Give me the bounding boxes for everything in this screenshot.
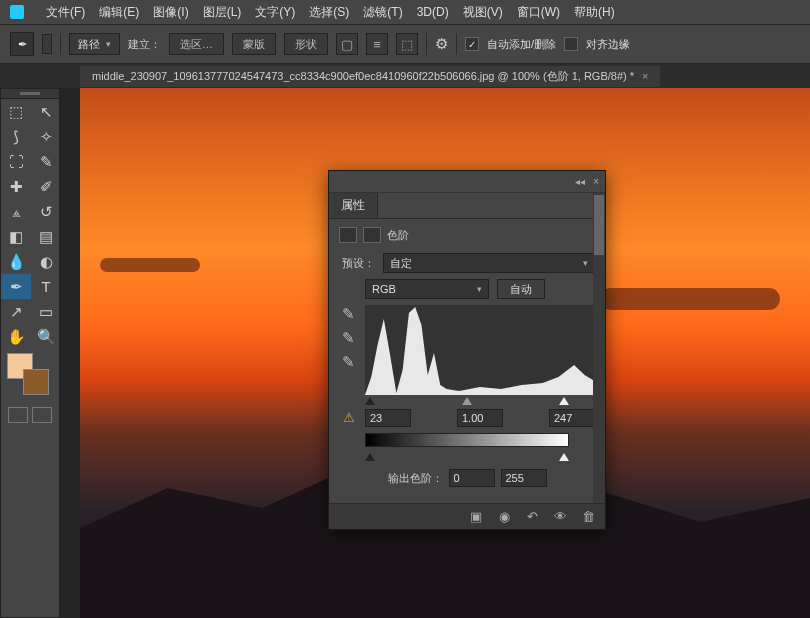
create-label: 建立： bbox=[128, 37, 161, 52]
black-point-eyedropper[interactable]: ✎ bbox=[339, 305, 357, 323]
channel-value: RGB bbox=[372, 283, 396, 295]
white-point-eyedropper[interactable]: ✎ bbox=[339, 353, 357, 371]
clip-to-layer-icon[interactable]: ▣ bbox=[467, 508, 485, 526]
channel-select[interactable]: RGB ▾ bbox=[365, 279, 489, 299]
output-low-field[interactable]: 0 bbox=[449, 469, 495, 487]
menu-layer[interactable]: 图层(L) bbox=[203, 4, 242, 21]
pen-tool[interactable]: ✒ bbox=[1, 274, 31, 299]
divider bbox=[426, 33, 427, 55]
collapse-icon[interactable]: ◂◂ bbox=[575, 176, 585, 187]
gradient-tool[interactable]: ▤ bbox=[31, 224, 61, 249]
brush-tool[interactable]: ✐ bbox=[31, 174, 61, 199]
warning-icon: ⚠ bbox=[339, 410, 359, 426]
mask-button[interactable]: 蒙版 bbox=[232, 33, 276, 55]
preset-value: 自定 bbox=[390, 256, 412, 271]
black-input-slider[interactable] bbox=[365, 397, 375, 405]
menu-edit[interactable]: 编辑(E) bbox=[99, 4, 139, 21]
output-gradient[interactable] bbox=[365, 433, 569, 447]
menu-select[interactable]: 选择(S) bbox=[309, 4, 349, 21]
lasso-tool[interactable]: ⟆ bbox=[1, 124, 31, 149]
auto-add-label: 自动添加/删除 bbox=[487, 37, 556, 52]
wand-tool[interactable]: ✧ bbox=[31, 124, 61, 149]
eyedropper-tool[interactable]: ✎ bbox=[31, 149, 61, 174]
divider bbox=[60, 33, 61, 55]
view-previous-icon[interactable]: ◉ bbox=[495, 508, 513, 526]
auto-button[interactable]: 自动 bbox=[497, 279, 545, 299]
properties-tab[interactable]: 属性 bbox=[329, 193, 378, 218]
reset-icon[interactable]: ↶ bbox=[523, 508, 541, 526]
input-black-field[interactable]: 23 bbox=[365, 409, 411, 427]
edit-quickmask-mode[interactable] bbox=[32, 407, 52, 423]
eraser-tool[interactable]: ◧ bbox=[1, 224, 31, 249]
auto-add-checkbox[interactable]: ✓ bbox=[465, 37, 479, 51]
menu-view[interactable]: 视图(V) bbox=[463, 4, 503, 21]
align-edges-checkbox[interactable] bbox=[564, 37, 578, 51]
menu-window[interactable]: 窗口(W) bbox=[517, 4, 560, 21]
text-tool[interactable]: T bbox=[31, 274, 61, 299]
output-label: 输出色阶： bbox=[388, 471, 443, 486]
trash-icon[interactable]: 🗑 bbox=[579, 508, 597, 526]
preset-select[interactable]: 自定 ▾ bbox=[383, 253, 595, 273]
white-output-slider[interactable] bbox=[559, 453, 569, 461]
hand-tool[interactable]: ✋ bbox=[1, 324, 31, 349]
selection-button[interactable]: 选区… bbox=[169, 33, 224, 55]
menu-image[interactable]: 图像(I) bbox=[153, 4, 188, 21]
menu-file[interactable]: 文件(F) bbox=[46, 4, 85, 21]
input-gamma-field[interactable]: 1.00 bbox=[457, 409, 503, 427]
black-output-slider[interactable] bbox=[365, 453, 375, 461]
visibility-icon[interactable]: 👁 bbox=[551, 508, 569, 526]
path-mode-label: 路径 bbox=[78, 37, 100, 52]
chevron-down-icon: ▾ bbox=[106, 39, 111, 49]
tool-preset-icon[interactable]: ✒ bbox=[10, 32, 34, 56]
mask-icon[interactable] bbox=[363, 227, 381, 243]
tool-preset-dropdown[interactable] bbox=[42, 34, 52, 54]
histogram[interactable] bbox=[365, 305, 595, 395]
shape-tool[interactable]: ▭ bbox=[31, 299, 61, 324]
align-edges-label: 对齐边缘 bbox=[586, 37, 630, 52]
menu-filter[interactable]: 滤镜(T) bbox=[363, 4, 402, 21]
toolbox-grip[interactable] bbox=[1, 89, 59, 99]
path-op-icon[interactable]: ▢ bbox=[336, 33, 358, 55]
blur-tool[interactable]: 💧 bbox=[1, 249, 31, 274]
levels-icon bbox=[339, 227, 357, 243]
path-mode-select[interactable]: 路径 ▾ bbox=[69, 33, 120, 55]
edit-standard-mode[interactable] bbox=[8, 407, 28, 423]
shape-button[interactable]: 形状 bbox=[284, 33, 328, 55]
close-icon[interactable]: × bbox=[593, 176, 599, 187]
menu-help[interactable]: 帮助(H) bbox=[574, 4, 615, 21]
menu-3d[interactable]: 3D(D) bbox=[417, 5, 449, 19]
selection-tool[interactable]: ↖ bbox=[31, 99, 61, 124]
gear-icon[interactable]: ⚙ bbox=[435, 35, 448, 53]
document-tab-label: middle_230907_109613777024547473_cc8334c… bbox=[92, 69, 634, 84]
toolbox: ⬚ ↖ ⟆ ✧ ⛶ ✎ ✚ ✐ ⟁ ↺ ◧ ▤ 💧 ◐ ✒ T ↗ ▭ ✋ 🔍 bbox=[0, 88, 60, 618]
move-tool[interactable]: ⬚ bbox=[1, 99, 31, 124]
gray-point-eyedropper[interactable]: ✎ bbox=[339, 329, 357, 347]
menu-type[interactable]: 文字(Y) bbox=[255, 4, 295, 21]
adjustment-name: 色阶 bbox=[387, 228, 409, 243]
zoom-tool[interactable]: 🔍 bbox=[31, 324, 61, 349]
crop-tool[interactable]: ⛶ bbox=[1, 149, 31, 174]
document-tab[interactable]: middle_230907_109613777024547473_cc8334c… bbox=[80, 66, 660, 87]
heal-tool[interactable]: ✚ bbox=[1, 174, 31, 199]
panel-scrollbar[interactable] bbox=[593, 193, 605, 503]
chevron-down-icon: ▾ bbox=[477, 284, 482, 294]
align-icon[interactable]: ≡ bbox=[366, 33, 388, 55]
arrange-icon[interactable]: ⬚ bbox=[396, 33, 418, 55]
dodge-tool[interactable]: ◐ bbox=[31, 249, 61, 274]
document-tab-bar: middle_230907_109613777024547473_cc8334c… bbox=[0, 64, 810, 88]
gamma-slider[interactable] bbox=[462, 397, 472, 405]
scrollbar-thumb[interactable] bbox=[594, 195, 604, 255]
close-icon[interactable]: × bbox=[642, 70, 648, 82]
path-select-tool[interactable]: ↗ bbox=[1, 299, 31, 324]
properties-panel: ◂◂ × 属性 色阶 预设： 自定 ▾ RGB ▾ 自动 bbox=[328, 170, 606, 530]
svg-marker-0 bbox=[365, 307, 595, 395]
background-color[interactable] bbox=[23, 369, 49, 395]
white-input-slider[interactable] bbox=[559, 397, 569, 405]
app-icon bbox=[10, 5, 24, 19]
stamp-tool[interactable]: ⟁ bbox=[1, 199, 31, 224]
panel-header[interactable]: ◂◂ × bbox=[329, 171, 605, 193]
history-brush-tool[interactable]: ↺ bbox=[31, 199, 61, 224]
panel-footer: ▣ ◉ ↶ 👁 🗑 bbox=[329, 503, 605, 529]
input-white-field[interactable]: 247 bbox=[549, 409, 595, 427]
output-high-field[interactable]: 255 bbox=[501, 469, 547, 487]
